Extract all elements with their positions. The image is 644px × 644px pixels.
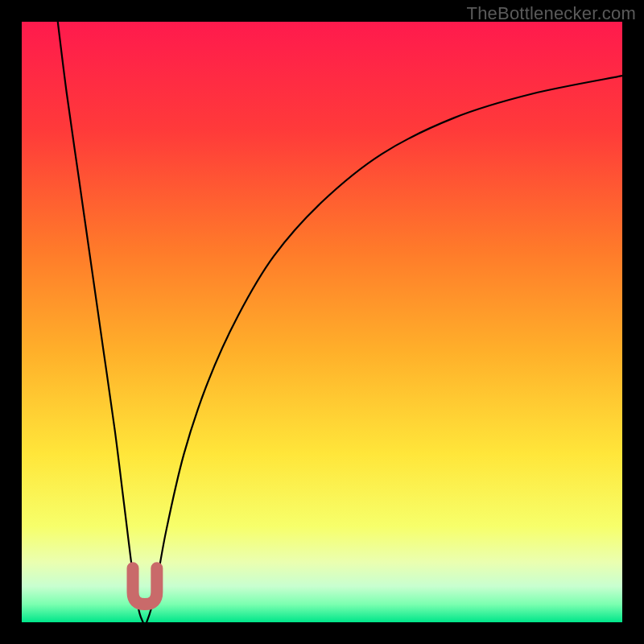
curve-right-branch	[147, 76, 622, 622]
bottleneck-curve-svg	[22, 22, 622, 622]
curve-left-branch	[58, 22, 143, 622]
optimum-marker	[133, 568, 157, 605]
chart-frame: TheBottlenecker.com	[0, 0, 644, 644]
plot-area	[22, 22, 622, 622]
watermark-text: TheBottlenecker.com	[467, 3, 636, 24]
